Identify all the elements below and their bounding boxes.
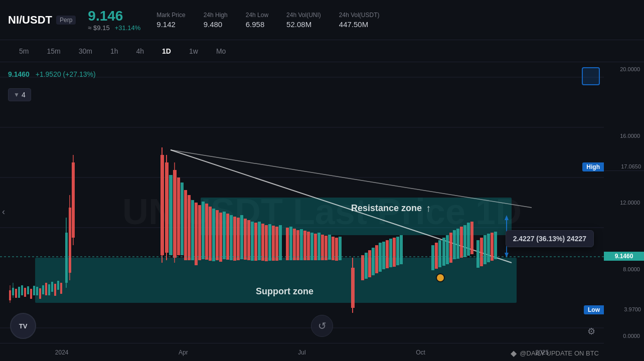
svg-rect-55	[223, 212, 226, 259]
svg-rect-59	[237, 218, 240, 260]
svg-rect-14	[18, 287, 20, 298]
svg-rect-47	[195, 203, 198, 265]
svg-rect-50	[205, 204, 208, 260]
stat-value-3: 52.08M	[286, 20, 321, 29]
chart-current-price: 9.1460	[8, 70, 30, 78]
perp-badge: Perp	[56, 16, 76, 25]
svg-rect-18	[30, 289, 32, 299]
symbol-block: NI/USDT Perp	[8, 14, 76, 27]
timeframe-30m[interactable]: 30m	[70, 44, 101, 58]
svg-rect-82	[321, 235, 324, 260]
svg-rect-53	[216, 210, 219, 260]
svg-rect-112	[463, 225, 466, 257]
settings-button[interactable]: ⚙	[584, 324, 599, 339]
svg-rect-64	[254, 223, 257, 261]
svg-rect-48	[198, 205, 201, 260]
price-tick-3: 12.0000	[604, 200, 644, 206]
svg-rect-42	[177, 177, 180, 255]
svg-rect-54	[219, 213, 222, 262]
main-price: 9.146	[88, 8, 140, 24]
svg-rect-57	[230, 215, 233, 260]
svg-rect-110	[456, 229, 459, 259]
stat-label-3: 24h Vol(UNI)	[286, 12, 321, 19]
stat-value-4: 447.50M	[339, 20, 380, 29]
svg-rect-16	[24, 288, 26, 297]
svg-rect-99	[393, 238, 396, 267]
svg-rect-75	[296, 230, 299, 260]
price-change-bar: 9.1460 +1.9520 (+27.13%)	[8, 70, 96, 78]
chart-svg	[0, 62, 604, 361]
svg-rect-25	[51, 282, 53, 292]
svg-rect-62	[247, 220, 250, 260]
svg-rect-21	[39, 288, 41, 299]
daily-update-text: ◆ @DAILY UPDATE ON BTC	[511, 348, 599, 358]
svg-rect-66	[261, 224, 264, 261]
svg-rect-22	[42, 285, 44, 294]
svg-rect-79	[310, 233, 313, 260]
svg-rect-74	[293, 229, 296, 260]
bitcoin-icon: ◆	[511, 348, 517, 358]
svg-rect-84	[328, 235, 331, 260]
svg-rect-49	[202, 202, 205, 259]
svg-rect-121	[487, 234, 490, 262]
chart-scroll-left-button[interactable]: ‹	[0, 203, 7, 221]
timeframe-15m[interactable]: 15m	[38, 44, 69, 58]
indicator-badge-area: ▼ 4	[8, 88, 31, 101]
stat-label-0: Mark Price	[156, 12, 185, 19]
time-tick-4: Oct	[416, 349, 425, 356]
svg-point-105	[436, 274, 444, 282]
svg-rect-80	[314, 234, 317, 260]
svg-rect-93	[372, 248, 375, 275]
svg-rect-26	[54, 284, 56, 296]
svg-rect-103	[435, 243, 438, 269]
svg-rect-90	[361, 255, 364, 280]
svg-rect-113	[467, 223, 470, 256]
timeframe-5m[interactable]: 5m	[10, 44, 38, 58]
svg-rect-27	[57, 281, 59, 290]
svg-rect-43	[181, 183, 184, 255]
svg-rect-56	[226, 214, 229, 260]
svg-rect-24	[48, 284, 50, 295]
price-usd: ≈ $9.15	[88, 24, 109, 32]
price-tick-1: 20.0000	[604, 66, 644, 72]
svg-rect-20	[36, 287, 38, 295]
chart-mode-icon[interactable]	[582, 67, 600, 85]
reset-button[interactable]: ↺	[311, 315, 333, 337]
stat-label-4: 24h Vol(USDT)	[339, 12, 380, 19]
svg-rect-17	[27, 286, 29, 294]
svg-rect-76	[300, 229, 303, 260]
svg-rect-108	[449, 233, 452, 263]
svg-rect-81	[317, 233, 320, 260]
svg-rect-123	[494, 232, 497, 259]
svg-rect-119	[480, 238, 483, 266]
svg-rect-44	[184, 190, 187, 260]
stat-item-4: 24h Vol(USDT) 447.50M	[339, 12, 380, 29]
svg-rect-95	[379, 243, 382, 272]
svg-rect-63	[251, 222, 254, 261]
svg-rect-96	[382, 242, 385, 269]
stat-label-2: 24h Low	[246, 12, 268, 19]
svg-rect-102	[431, 245, 434, 270]
chevron-down-icon: ▼	[14, 91, 20, 98]
svg-rect-71	[279, 225, 282, 260]
svg-rect-114	[470, 222, 473, 254]
price-sub: ≈ $9.15 +31.14%	[88, 24, 140, 32]
svg-rect-70	[275, 227, 278, 261]
svg-rect-23	[45, 283, 47, 295]
symbol-name[interactable]: NI/USDT	[8, 14, 52, 27]
timeframe-4h[interactable]: 4h	[127, 44, 153, 58]
stat-item-2: 24h Low 6.958	[246, 12, 268, 29]
indicator-count-button[interactable]: ▼ 4	[8, 88, 31, 101]
svg-rect-45	[188, 195, 191, 260]
svg-rect-97	[386, 240, 389, 268]
timeframe-1h[interactable]: 1h	[101, 44, 127, 58]
timeframe-1w[interactable]: 1w	[180, 44, 207, 58]
svg-rect-67	[265, 225, 268, 261]
price-tick-2: 16.0000	[604, 133, 644, 139]
time-tick-2: Apr	[179, 349, 188, 356]
svg-rect-107	[446, 235, 449, 264]
stat-item-3: 24h Vol(UNI) 52.08M	[286, 12, 321, 29]
timeframe-Mo[interactable]: Mo	[207, 44, 235, 58]
timeframe-1D[interactable]: 1D	[153, 44, 180, 58]
svg-rect-78	[307, 232, 310, 260]
